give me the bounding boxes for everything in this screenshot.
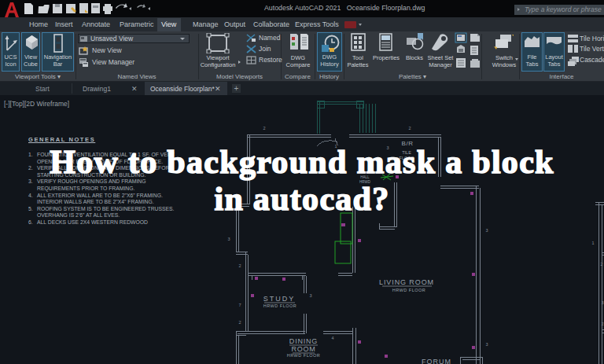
svg-text:FORUM: FORUM — [422, 358, 451, 364]
svg-text:ROOM: ROOM — [291, 345, 315, 353]
svg-text:3: 3 — [227, 237, 230, 241]
svg-text:2: 2 — [263, 126, 265, 131]
svg-text:DINING: DINING — [289, 337, 318, 345]
svg-text:3: 3 — [309, 293, 311, 298]
svg-text:4: 4 — [331, 336, 333, 340]
svg-text:2: 2 — [601, 322, 603, 326]
svg-text:2: 2 — [408, 126, 411, 131]
svg-text:3: 3 — [485, 228, 488, 233]
svg-text:HRWD FLOOR: HRWD FLOOR — [263, 303, 296, 308]
svg-text:7: 7 — [238, 303, 241, 307]
svg-text:3: 3 — [601, 300, 603, 305]
svg-text:LIVING ROOM: LIVING ROOM — [379, 278, 434, 286]
svg-text:2: 2 — [600, 262, 602, 267]
svg-text:HRWD FLOOR: HRWD FLOOR — [287, 353, 320, 358]
svg-text:3: 3 — [485, 342, 488, 347]
svg-text:HRWD FLOOR: HRWD FLOOR — [392, 288, 425, 292]
svg-text:1: 1 — [591, 241, 594, 245]
svg-text:2: 2 — [238, 320, 241, 325]
svg-text:STUDY: STUDY — [263, 295, 296, 303]
svg-text:2: 2 — [238, 263, 241, 268]
